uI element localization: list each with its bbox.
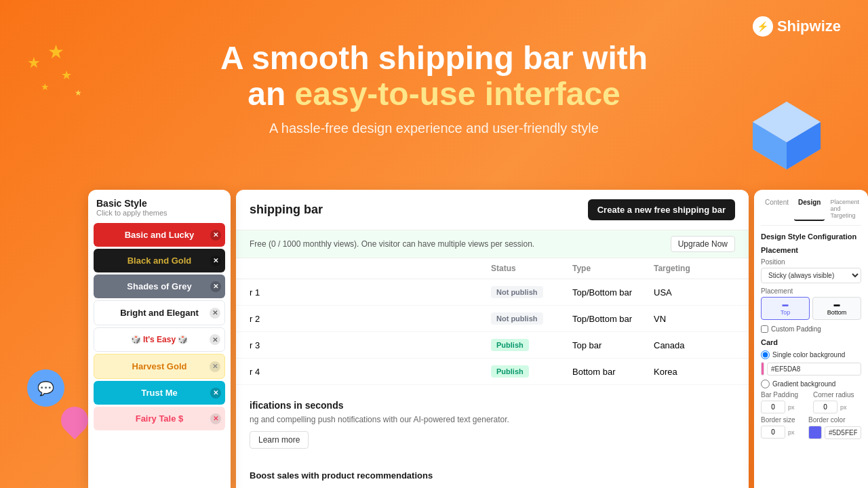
corner-radius-label: Corner radius xyxy=(813,391,861,399)
theme-basic-lucky-close[interactable]: ✕ xyxy=(210,230,221,241)
theme-basic-lucky[interactable]: Basic and Lucky ✕ xyxy=(94,223,225,247)
border-size-group: Border size px xyxy=(761,416,804,443)
theme-trust-me-label: Trust Me xyxy=(141,388,177,398)
theme-black-gold-label: Black and Gold xyxy=(127,256,192,266)
row4-type: Bottom bar xyxy=(572,367,654,377)
custom-padding-row: Custom Padding xyxy=(761,325,861,333)
panel-tabs: Content Design Placement and Targeting xyxy=(761,197,861,226)
theme-shades-grey-label: Shades of Grey xyxy=(127,281,191,291)
gradient-row: Gradient background xyxy=(761,380,861,388)
theme-trust-me-close[interactable]: ✕ xyxy=(210,388,221,399)
padding-radius-section: Bar Padding px Corner radius px xyxy=(761,391,861,416)
row3-type: Top bar xyxy=(572,340,654,350)
corner-radius-input[interactable] xyxy=(813,401,837,413)
learn-more-button[interactable]: Learn more xyxy=(250,431,309,449)
gradient-radio[interactable] xyxy=(761,380,770,388)
style-panel-subtitle: Click to apply themes xyxy=(96,209,222,217)
placement-top-button[interactable]: ▬ Top xyxy=(761,297,810,320)
col-targeting: Targeting xyxy=(654,264,735,273)
corner-radius-input-row: px xyxy=(813,401,861,413)
style-panel-header: Basic Style Click to apply themes xyxy=(88,198,231,221)
design-config-title: Design Style Configuration xyxy=(761,232,861,241)
bar-padding-input[interactable] xyxy=(761,401,785,413)
dashboard-title-text: shipping bar xyxy=(250,203,323,216)
row2-type: Top/Bottom bar xyxy=(572,314,654,324)
bar-padding-input-row: px xyxy=(761,401,809,413)
shape-3d-decoration xyxy=(746,95,827,176)
ui-area: Basic Style Click to apply themes Basic … xyxy=(88,190,868,488)
color-swatch-pink[interactable] xyxy=(761,362,764,375)
chat-bubble-decoration: 💬 xyxy=(27,369,64,407)
theme-black-gold-close[interactable]: ✕ xyxy=(210,256,221,266)
row1-type: Top/Bottom bar xyxy=(572,287,654,298)
color-hex-input[interactable] xyxy=(767,363,861,375)
style-panel: Basic Style Click to apply themes Basic … xyxy=(88,190,231,488)
theme-harvest-gold-label: Harvest Gold xyxy=(132,361,187,371)
theme-black-gold[interactable]: Black and Gold ✕ xyxy=(94,249,225,272)
single-color-label: Single color background xyxy=(772,351,845,359)
theme-harvest-gold-close[interactable]: ✕ xyxy=(210,361,220,372)
theme-its-easy-close[interactable]: ✕ xyxy=(210,334,220,345)
row2-name: r 2 xyxy=(250,314,491,324)
hero-title: A smooth shipping bar with an easy-to-us… xyxy=(197,41,671,113)
theme-basic-lucky-label: Basic and Lucky xyxy=(125,230,195,240)
table-row[interactable]: r 1 Not publish Top/Bottom bar USA xyxy=(236,279,749,306)
border-size-label: Border size xyxy=(761,416,804,424)
create-shipping-bar-button[interactable]: Create a new free shipping bar xyxy=(588,199,735,220)
free-notice-bar: Free (0 / 1000 monthly views). One visit… xyxy=(236,230,749,258)
theme-fairy-tale-close[interactable]: ✕ xyxy=(210,413,221,424)
border-size-input[interactable] xyxy=(761,426,785,439)
theme-shades-grey-close[interactable]: ✕ xyxy=(210,281,221,292)
border-color-swatch[interactable] xyxy=(808,426,822,439)
logo: ⚡ Shipwize xyxy=(753,16,841,37)
theme-its-easy[interactable]: 🎲 It's Easy 🎲 ✕ xyxy=(94,327,225,352)
corner-radius-group: Corner radius px xyxy=(813,391,861,416)
border-color-row xyxy=(808,426,861,439)
table-row[interactable]: r 4 Publish Bottom bar Korea xyxy=(236,359,749,385)
theme-fairy-tale[interactable]: Fairy Tale $ ✕ xyxy=(94,407,225,430)
style-panel-title: Basic Style xyxy=(96,198,222,209)
theme-trust-me[interactable]: Trust Me ✕ xyxy=(94,381,225,405)
tab-content[interactable]: Content xyxy=(761,197,793,221)
single-color-radio[interactable] xyxy=(761,350,770,359)
border-color-group: Border color xyxy=(808,416,861,443)
logo-icon: ⚡ xyxy=(753,16,773,37)
row2-status: Not publish xyxy=(491,312,572,325)
placement-bottom-button[interactable]: ▬ Bottom xyxy=(812,297,861,320)
border-color-label: Border color xyxy=(808,416,861,424)
info-text: ng and compelling push notifications wit… xyxy=(250,415,735,424)
dashboard-header: shipping bar Create a new free shipping … xyxy=(236,190,749,230)
info-title: ifications in seconds xyxy=(250,400,735,411)
dashboard: shipping bar Create a new free shipping … xyxy=(236,190,749,488)
single-color-picker-row xyxy=(761,362,861,375)
hero-section: A smooth shipping bar with an easy-to-us… xyxy=(197,41,671,136)
bar-padding-group: Bar Padding px xyxy=(761,391,809,416)
dashboard-title: shipping bar xyxy=(250,203,323,217)
upgrade-button[interactable]: Upgrade Now xyxy=(671,236,735,252)
row3-targeting: Canada xyxy=(654,340,735,350)
row2-targeting: VN xyxy=(654,314,735,324)
placement-label: Placement xyxy=(761,287,861,295)
border-color-input[interactable] xyxy=(825,426,861,439)
theme-its-easy-label: 🎲 It's Easy 🎲 xyxy=(131,335,189,344)
row4-status: Publish xyxy=(491,365,572,378)
position-select[interactable]: Sticky (always visible) xyxy=(761,268,861,283)
theme-bright-elegant[interactable]: Bright and Elegant ✕ xyxy=(94,300,225,325)
hero-title-part1: A smooth shipping bar with xyxy=(220,40,648,76)
tab-design[interactable]: Design xyxy=(794,197,825,221)
col-name xyxy=(250,264,491,273)
gradient-label: Gradient background xyxy=(772,380,835,388)
theme-shades-grey[interactable]: Shades of Grey ✕ xyxy=(94,274,225,298)
table-row[interactable]: r 2 Not publish Top/Bottom bar VN xyxy=(236,306,749,332)
row4-targeting: Korea xyxy=(654,367,735,377)
theme-bright-elegant-close[interactable]: ✕ xyxy=(210,308,220,319)
custom-padding-checkbox[interactable] xyxy=(761,325,768,333)
row3-name: r 3 xyxy=(250,340,491,350)
placement-section-title: Placement xyxy=(761,246,861,254)
boost-sales-section: Boost sales with product recommendations xyxy=(236,462,749,488)
theme-harvest-gold[interactable]: Harvest Gold ✕ xyxy=(94,354,225,379)
tab-placement[interactable]: Placement and Targeting xyxy=(826,197,863,221)
bar-padding-unit: px xyxy=(788,404,795,411)
design-panel: Content Design Placement and Targeting D… xyxy=(754,190,868,488)
table-row[interactable]: r 3 Publish Top bar Canada xyxy=(236,332,749,359)
